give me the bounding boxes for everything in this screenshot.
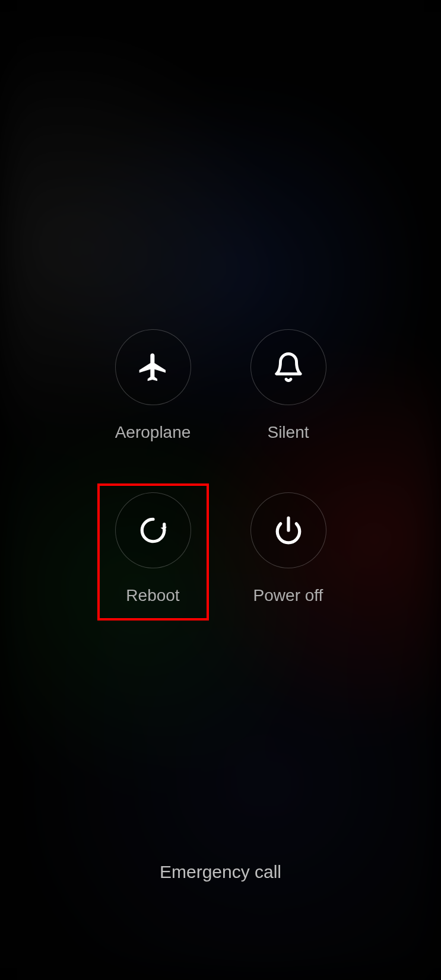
aeroplane-label: Aeroplane — [115, 423, 191, 442]
bell-icon — [272, 351, 304, 383]
menu-row-2: Reboot Power off — [115, 492, 326, 605]
aeroplane-icon — [137, 351, 170, 384]
silent-label: Silent — [267, 423, 309, 442]
silent-button[interactable]: Silent — [250, 329, 326, 442]
power-icon — [274, 516, 303, 545]
aeroplane-button[interactable]: Aeroplane — [115, 329, 191, 442]
reboot-icon-circle — [115, 492, 191, 568]
menu-row-1: Aeroplane Silent — [115, 329, 326, 442]
silent-icon-circle — [250, 329, 326, 405]
reboot-icon — [138, 516, 168, 545]
emergency-call-button[interactable]: Emergency call — [0, 862, 441, 882]
aeroplane-icon-circle — [115, 329, 191, 405]
power-off-label: Power off — [253, 586, 323, 605]
power-off-button[interactable]: Power off — [250, 492, 326, 605]
power-menu: Aeroplane Silent — [0, 329, 441, 656]
reboot-button[interactable]: Reboot — [115, 492, 191, 605]
power-off-icon-circle — [250, 492, 326, 568]
reboot-label: Reboot — [126, 586, 179, 605]
